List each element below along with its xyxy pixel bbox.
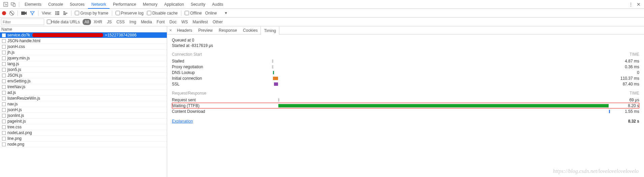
disable-cache-checkbox[interactable]: Disable cache [147, 11, 178, 16]
main-tab-performance[interactable]: Performance [110, 0, 140, 9]
request-row[interactable]: nodeLast.png [0, 130, 167, 136]
close-detail-icon[interactable]: × [167, 28, 174, 33]
request-row[interactable]: JSON-handle.html [0, 38, 167, 44]
view-label: View: [42, 11, 52, 16]
preserve-log-checkbox[interactable]: Preserve log [116, 11, 144, 16]
request-name: nodeLast.png [7, 130, 32, 136]
request-row[interactable]: jsonlint.js [0, 113, 167, 119]
file-icon [2, 79, 6, 83]
request-row[interactable]: jquery.min.js [0, 55, 167, 61]
filter-type-img[interactable]: Img [127, 19, 138, 25]
large-rows-icon[interactable] [55, 11, 60, 16]
filter-type-all[interactable]: All [83, 19, 91, 25]
detail-panel: × HeadersPreviewResponseCookiesTiming Qu… [167, 26, 644, 177]
request-name: JSON.js [7, 73, 22, 78]
request-row[interactable]: tree.css [0, 124, 167, 130]
filter-type-css[interactable]: CSS [114, 19, 127, 25]
request-row[interactable]: json5.js [0, 67, 167, 73]
main-tab-elements[interactable]: Elements [21, 0, 45, 9]
file-icon [2, 62, 6, 66]
timing-tab-content: Queued at 0 Started at -8317619 μs Conne… [167, 34, 644, 177]
timing-bar [273, 71, 274, 74]
filter-type-font[interactable]: Font [155, 19, 167, 25]
offline-checkbox[interactable]: Offline [185, 11, 202, 16]
request-row[interactable]: listenResizeWin.js [0, 96, 167, 101]
detail-tab-timing[interactable]: Timing [260, 27, 279, 35]
record-icon[interactable] [2, 11, 6, 15]
filter-type-doc[interactable]: Doc [167, 19, 179, 25]
detail-tab-cookies[interactable]: Cookies [240, 26, 260, 34]
overview-icon[interactable] [63, 11, 68, 16]
filter-type-media[interactable]: Media [139, 19, 154, 25]
name-column-header[interactable]: Name [0, 26, 167, 32]
main-tab-network[interactable]: Network [88, 0, 110, 9]
svg-rect-6 [55, 13, 57, 14]
filter-type-ws[interactable]: WS [179, 19, 190, 25]
timing-row: Proxy negotiation0.36 ms [172, 64, 639, 70]
svg-rect-9 [57, 14, 59, 15]
filter-type-other[interactable]: Other [211, 19, 225, 25]
request-row[interactable]: jsonH.css [0, 44, 167, 50]
svg-rect-7 [57, 13, 59, 14]
main-tab-audits[interactable]: Audits [209, 0, 226, 9]
clear-icon[interactable] [9, 11, 14, 16]
watermark: https://blog.csdn.net/lovelovelovelovelo [553, 168, 639, 174]
file-icon [2, 143, 6, 146]
explanation-link[interactable]: Explanation [172, 119, 193, 124]
filter-type-xhr[interactable]: XHR [92, 19, 104, 25]
filter-bar: Hide data URLs AllXHRJSCSSImgMediaFontDo… [0, 18, 644, 26]
group-by-frame-checkbox[interactable]: Group by frame [75, 11, 108, 16]
request-row[interactable]: JSON.js [0, 73, 167, 78]
filter-type-js[interactable]: JS [105, 19, 114, 25]
request-row[interactable]: jsonH.js [0, 107, 167, 113]
request-response-label: Request/Response [172, 91, 206, 96]
main-tab-memory[interactable]: Memory [140, 0, 161, 9]
inspect-icon[interactable] [3, 2, 8, 7]
timing-value: 8.20 s [615, 103, 639, 108]
file-icon [2, 85, 6, 89]
request-row[interactable]: pageInit.js [0, 119, 167, 124]
request-name: line.png [7, 136, 22, 142]
camera-icon[interactable] [21, 11, 27, 15]
timing-value: 110.37 ms [616, 76, 639, 81]
main-tab-sources[interactable]: Sources [66, 0, 88, 9]
request-row[interactable]: ad.js [0, 90, 167, 96]
request-name: jsonH.css [7, 44, 25, 50]
timing-row: Request sent69 μs [172, 97, 639, 103]
request-row[interactable]: nav.js [0, 101, 167, 107]
timing-bar [609, 110, 610, 113]
request-name: node.png [7, 142, 24, 147]
request-row[interactable]: jh.js [0, 50, 167, 55]
request-row[interactable]: lang.js [0, 61, 167, 67]
main-tab-security[interactable]: Security [187, 0, 209, 9]
detail-tab-response[interactable]: Response [216, 26, 240, 34]
svg-rect-11 [63, 11, 65, 12]
request-row[interactable]: line.png [0, 136, 167, 142]
main-tab-application[interactable]: Application [161, 0, 187, 9]
request-name: json5.js [7, 67, 21, 73]
hide-data-urls-checkbox[interactable]: Hide data URLs [47, 20, 80, 24]
timing-row: Waiting (TTFB)8.20 s [172, 103, 639, 108]
request-row[interactable]: node.png [0, 142, 167, 147]
filter-input[interactable] [1, 19, 44, 25]
close-devtools-icon[interactable]: ✕ [637, 2, 641, 7]
detail-tabs: × HeadersPreviewResponseCookiesTiming [167, 26, 644, 34]
timing-label: Request sent [172, 98, 212, 102]
detail-tab-headers[interactable]: Headers [174, 26, 195, 34]
file-icon [2, 102, 6, 106]
filter-type-manifest[interactable]: Manifest [191, 19, 210, 25]
request-row[interactable]: service.do?k=1522738742886 [0, 32, 167, 38]
main-tab-console[interactable]: Console [45, 0, 66, 9]
filter-funnel-icon[interactable] [30, 11, 35, 16]
request-row[interactable]: treeNav.js [0, 84, 167, 90]
detail-tab-preview[interactable]: Preview [195, 26, 216, 34]
timing-value: 4.87 ms [616, 59, 639, 64]
kebab-icon[interactable]: ⋮ [628, 2, 633, 7]
chevron-down-icon[interactable]: ▼ [224, 11, 227, 15]
device-icon[interactable] [11, 2, 16, 7]
connection-start-label: Connection Start [172, 52, 202, 57]
request-row[interactable]: envSetting.js [0, 78, 167, 84]
file-icon [2, 97, 6, 100]
timing-value: 1.55 ms [616, 109, 639, 114]
throttling-select[interactable]: Online [205, 11, 217, 16]
